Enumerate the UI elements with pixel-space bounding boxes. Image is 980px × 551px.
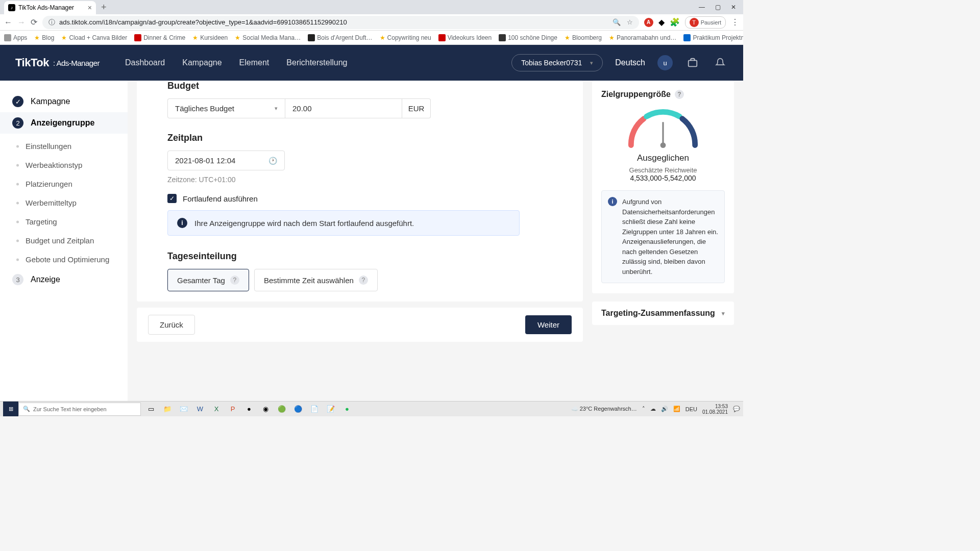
app-icon[interactable]: 📄: [307, 402, 322, 416]
bookmark-item[interactable]: 100 schöne Dinge: [499, 34, 557, 41]
step-anzeigengruppe[interactable]: 2 Anzeigengruppe: [0, 112, 128, 134]
word-icon[interactable]: W: [193, 402, 207, 416]
user-avatar[interactable]: u: [657, 55, 673, 70]
bookmark-item[interactable]: ★Social Media Mana…: [235, 34, 301, 41]
menu-icon[interactable]: ⋮: [731, 17, 739, 27]
substep-einstellungen[interactable]: Einstellungen: [0, 137, 128, 156]
help-icon[interactable]: ?: [359, 276, 368, 285]
creation-steps-sidebar: Kampagne 2 Anzeigengruppe Einstellungen …: [0, 81, 128, 401]
search-icon: 🔍: [23, 406, 30, 412]
minimize-icon[interactable]: —: [699, 4, 705, 11]
taskbar-search[interactable]: 🔍 Zur Suche Text hier eingeben: [18, 403, 141, 416]
substep-platzierungen[interactable]: Platzierungen: [0, 174, 128, 193]
targeting-summary-toggle[interactable]: Targeting-Zusammenfassung ▾: [592, 302, 734, 325]
bookmark-item[interactable]: Dinner & Crime: [134, 34, 185, 41]
help-icon[interactable]: ?: [675, 90, 684, 99]
substep-budget-zeitplan[interactable]: Budget und Zeitplan: [0, 231, 128, 250]
reload-icon[interactable]: ⟳: [31, 17, 37, 27]
nav-element[interactable]: Element: [239, 58, 270, 67]
dayparting-allday-button[interactable]: Gesamter Tag ?: [167, 269, 249, 291]
budget-amount-input[interactable]: [285, 98, 402, 118]
notepad-icon[interactable]: 📝: [324, 402, 338, 416]
bookmark-item[interactable]: ★Blog: [34, 34, 54, 41]
extensions-menu-icon[interactable]: 🧩: [670, 17, 680, 27]
briefcase-icon[interactable]: [685, 55, 700, 70]
close-window-icon[interactable]: ✕: [731, 4, 736, 11]
obs-icon[interactable]: ◉: [258, 402, 273, 416]
budget-heading: Budget: [167, 81, 552, 91]
nav-kampagne[interactable]: Kampagne: [182, 58, 222, 67]
bookmark-item[interactable]: ★Bloomberg: [565, 34, 602, 41]
bookmark-item[interactable]: ★Cload + Canva Bilder: [61, 34, 127, 41]
zoom-icon[interactable]: 🔍: [612, 18, 621, 26]
spotify-icon[interactable]: ●: [340, 402, 354, 416]
profile-paused-badge[interactable]: T Pausiert: [685, 16, 726, 29]
maximize-icon[interactable]: ▢: [715, 4, 721, 11]
tiktok-favicon: [8, 4, 15, 11]
substep-gebote-optimierung[interactable]: Gebote und Optimierung: [0, 250, 128, 269]
explorer-icon[interactable]: 📁: [160, 402, 175, 416]
chevron-down-icon: ▾: [722, 310, 725, 317]
substep-werbeaktionstyp[interactable]: Werbeaktionstyp: [0, 156, 128, 174]
notifications-icon[interactable]: 💬: [733, 406, 740, 412]
nav-berichterstellung[interactable]: Berichterstellung: [286, 58, 347, 67]
powerpoint-icon[interactable]: P: [226, 402, 240, 416]
profile-avatar-icon: T: [690, 18, 699, 27]
schedule-heading: Zeitplan: [167, 133, 552, 143]
extension-abp-icon[interactable]: A: [644, 18, 653, 27]
onedrive-icon[interactable]: ☁: [650, 406, 656, 412]
continuous-checkbox[interactable]: ✓: [167, 194, 177, 203]
brand-logo[interactable]: TikTok : Ads-Manager: [15, 56, 100, 69]
url-bar[interactable]: ⓘ ads.tiktok.com/i18n/campaign/ad-group/…: [42, 16, 639, 29]
step-kampagne[interactable]: Kampagne: [0, 91, 128, 112]
form-card: Budget Tägliches Budget ▾ EUR Zeitplan 2…: [137, 81, 583, 302]
help-icon[interactable]: ?: [230, 276, 239, 285]
substep-werbemitteltyp[interactable]: Werbemitteltyp: [0, 193, 128, 212]
back-button[interactable]: Zurück: [148, 315, 195, 335]
volume-icon[interactable]: 🔊: [661, 406, 668, 412]
task-view-icon[interactable]: ▭: [144, 402, 158, 416]
audience-size-card: Zielgruppengröße ? Ausgeglichen Ge: [592, 81, 734, 293]
budget-type-dropdown[interactable]: Tägliches Budget ▾: [167, 98, 285, 118]
extension-icon[interactable]: ◆: [658, 17, 665, 27]
chevron-down-icon: ▾: [590, 60, 593, 66]
start-button[interactable]: ⊞: [3, 402, 18, 417]
close-tab-icon[interactable]: ×: [88, 4, 92, 12]
forward-icon[interactable]: →: [17, 18, 26, 27]
edge-icon[interactable]: 🔵: [291, 402, 305, 416]
continuous-info-box: i Ihre Anzeigengruppe wird nach dem Star…: [167, 210, 520, 236]
wifi-icon[interactable]: 📶: [673, 406, 680, 412]
bookmark-item[interactable]: Bois d'Argent Duft…: [308, 34, 372, 41]
user-account-dropdown[interactable]: Tobias Becker0731 ▾: [511, 54, 603, 71]
chrome-icon[interactable]: 🟢: [275, 402, 289, 416]
bookmark-item[interactable]: Videokurs Ideen: [438, 34, 492, 41]
bell-icon[interactable]: [713, 55, 728, 70]
language-selector[interactable]: Deutsch: [615, 58, 645, 67]
excel-icon[interactable]: X: [209, 402, 224, 416]
lock-icon: ⓘ: [48, 18, 55, 27]
back-icon[interactable]: ←: [4, 18, 12, 27]
weather-widget[interactable]: ☁️ 23°C Regenwahrsch…: [571, 406, 637, 412]
bookmark-apps[interactable]: Apps: [4, 34, 27, 41]
step-anzeige[interactable]: 3 Anzeige: [0, 269, 128, 290]
keyboard-lang[interactable]: DEU: [685, 406, 697, 412]
star-icon[interactable]: ☆: [627, 18, 633, 26]
bookmark-item[interactable]: ★Kursideen: [192, 34, 228, 41]
bookmark-item[interactable]: ★Panoramabahn und…: [609, 34, 676, 41]
bookmark-item[interactable]: ★Copywriting neu: [380, 34, 431, 41]
nav-dashboard[interactable]: Dashboard: [125, 58, 165, 67]
audience-title: Zielgruppengröße: [601, 90, 671, 99]
browser-tab[interactable]: TikTok Ads-Manager ×: [4, 1, 96, 14]
tray-overflow-icon[interactable]: ˄: [642, 406, 645, 412]
next-button[interactable]: Weiter: [525, 315, 572, 334]
bookmark-item[interactable]: Praktikum Projektm…: [683, 34, 743, 41]
new-tab-button[interactable]: +: [96, 2, 112, 13]
app-icon[interactable]: ●: [242, 402, 256, 416]
substep-targeting[interactable]: Targeting: [0, 212, 128, 231]
timezone-label: Zeitzone: UTC+01:00: [167, 176, 552, 184]
start-date-input[interactable]: 2021-08-01 12:04 🕐: [167, 151, 285, 170]
mail-icon[interactable]: ✉️: [177, 402, 191, 416]
dayparting-specific-button[interactable]: Bestimmte Zeit auswählen ?: [254, 269, 378, 291]
system-clock[interactable]: 13:53 01.08.2021: [702, 404, 728, 415]
audience-notice: i Aufgrund von Datensicherheitsanforderu…: [601, 190, 725, 283]
